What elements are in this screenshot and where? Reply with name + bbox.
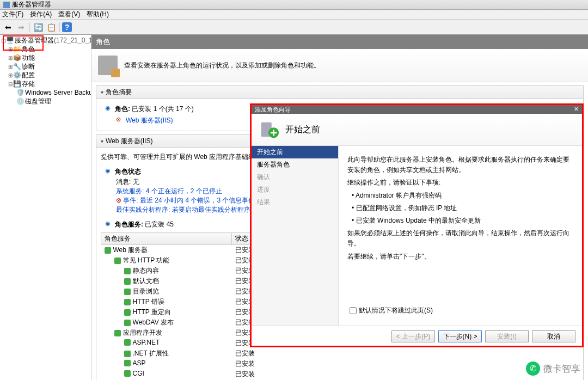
wizard-titlebar[interactable]: 添加角色向导 ✕ xyxy=(252,105,582,114)
tree-diag[interactable]: ⊞🔧诊断 xyxy=(1,62,90,71)
toolbar: ⬅ ➡ 🔄 📋 ? xyxy=(0,20,588,35)
col-service[interactable]: 角色服务 xyxy=(101,233,232,245)
svg-rect-7 xyxy=(124,320,131,326)
wizard-close-icon[interactable]: ✕ xyxy=(574,106,579,113)
skip-checkbox[interactable] xyxy=(350,307,357,314)
help-button[interactable]: ? xyxy=(62,22,72,32)
wizard-nav-progress: 进度 xyxy=(252,183,338,196)
banner-text: 查看安装在服务器上角色的运行状况，以及添加或删除角色和功能。 xyxy=(124,61,320,70)
svg-rect-3 xyxy=(124,278,131,285)
add-roles-wizard: 添加角色向导 ✕ 开始之前 开始之前 服务器角色 确认 进度 结果 此向导帮助您… xyxy=(250,103,584,347)
svg-rect-12 xyxy=(124,370,131,377)
svg-rect-9 xyxy=(124,339,131,346)
wizard-install-button: 安装(I) xyxy=(485,330,529,342)
tree-disk[interactable]: 💿磁盘管理 xyxy=(1,97,90,106)
refresh-button[interactable]: 🔄 xyxy=(32,21,44,33)
svg-rect-8 xyxy=(114,330,121,336)
menu-help[interactable]: 帮助(H) xyxy=(87,10,109,19)
window-title: 服务器管理器 xyxy=(12,0,51,9)
wizard-nav-confirm: 确认 xyxy=(252,171,338,183)
nav-tree: ▢🖥️ 服务器管理器(172_21_0_14) ⊞📁角色 ⊞📦功能 ⊞🔧诊断 ⊞… xyxy=(0,35,91,380)
wizard-icon xyxy=(259,119,280,140)
content-header: 角色 xyxy=(91,35,588,49)
svg-rect-6 xyxy=(124,309,131,316)
table-row[interactable]: CGI已安装 xyxy=(101,369,579,379)
wizard-heading: 开始之前 xyxy=(285,124,320,136)
svg-rect-1 xyxy=(114,258,121,264)
svg-rect-5 xyxy=(124,299,131,305)
wizard-nav-result: 结果 xyxy=(252,196,338,209)
wizard-cancel-button[interactable]: 取消 xyxy=(532,330,575,342)
wizard-nav: 开始之前 服务器角色 确认 进度 结果 xyxy=(252,146,339,326)
svg-rect-11 xyxy=(124,360,131,366)
wechat-icon: ✆ xyxy=(526,361,540,376)
wizard-prev-button: < 上一步(P) xyxy=(391,330,435,342)
forward-button[interactable]: ➡ xyxy=(15,21,27,33)
wizard-skip-checkbox[interactable]: 默认情况下将跳过此页(S) xyxy=(350,306,433,315)
watermark-text: 微卡智享 xyxy=(543,363,580,375)
wizard-content: 此向导帮助您在此服务器上安装角色。根据要求此服务器执行的任务来确定要安装的角色，… xyxy=(339,146,582,326)
highlight-roles xyxy=(3,35,44,51)
tree-storage[interactable]: ⊟💾存储 xyxy=(1,79,90,88)
back-button[interactable]: ⬅ xyxy=(2,21,14,33)
roles-banner: 查看安装在服务器上角色的运行状况，以及添加或删除角色和功能。 xyxy=(91,49,588,82)
table-row[interactable]: ASP已安装 xyxy=(101,359,579,369)
wizard-nav-before[interactable]: 开始之前 xyxy=(252,146,338,158)
svg-rect-4 xyxy=(124,289,131,295)
table-row[interactable]: .NET 扩展性已安装 xyxy=(101,348,579,359)
svg-rect-10 xyxy=(124,351,131,357)
app-icon xyxy=(3,2,10,8)
tree-wsb[interactable]: 🛡️Windows Server Backup xyxy=(1,88,90,97)
server-role-icon xyxy=(98,56,118,75)
menu-bar: 文件(F) 操作(A) 查看(V) 帮助(H) xyxy=(0,10,588,20)
properties-button[interactable]: 📋 xyxy=(45,21,57,33)
menu-file[interactable]: 文件(F) xyxy=(2,10,23,19)
svg-rect-0 xyxy=(105,247,111,254)
tree-features[interactable]: ⊞📦功能 xyxy=(1,53,90,62)
menu-view[interactable]: 查看(V) xyxy=(58,10,80,19)
section-summary[interactable]: 角色摘要 xyxy=(96,85,584,99)
tree-config[interactable]: ⊞⚙️配置 xyxy=(1,71,90,79)
wizard-nav-roles[interactable]: 服务器角色 xyxy=(252,158,338,171)
window-titlebar: 服务器管理器 xyxy=(0,0,588,10)
wizard-next-button[interactable]: 下一步(N) > xyxy=(438,330,482,342)
wizard-footer: < 上一步(P) 下一步(N) > 安装(I) 取消 xyxy=(252,326,582,347)
watermark: ✆ 微卡智享 xyxy=(526,361,580,376)
svg-rect-2 xyxy=(124,268,131,274)
menu-action[interactable]: 操作(A) xyxy=(30,10,52,19)
